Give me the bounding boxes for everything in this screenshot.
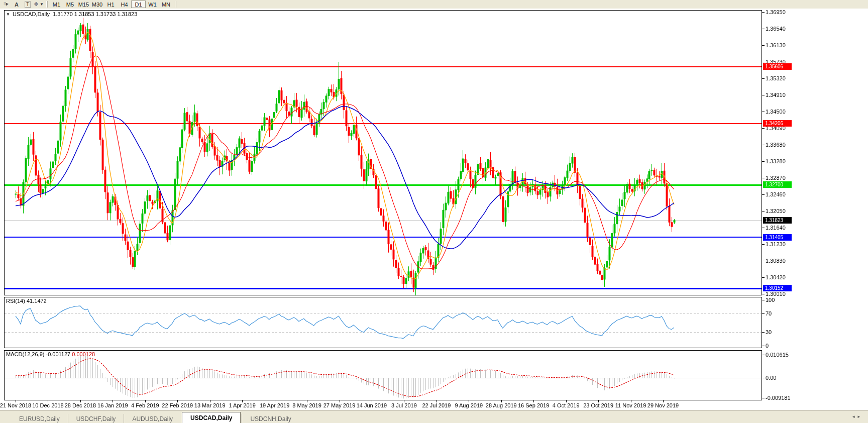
timeframe-button-m15[interactable]: M15	[77, 1, 90, 8]
level-price-tag: 1.35606	[763, 63, 792, 70]
timeframe-button-m5[interactable]: M5	[63, 1, 77, 8]
date-axis-label: 9 Aug 2019	[455, 402, 483, 408]
date-axis-label: 22 Feb 2019	[162, 402, 193, 408]
tab-scroll-right-icon[interactable]: ▸	[857, 414, 863, 419]
toolbar-separator	[175, 1, 176, 8]
timeframe-button-d1[interactable]: D1	[131, 1, 146, 8]
price-axis-label: 1.31640	[766, 225, 786, 231]
chart-header: ▼USDCAD,Daily 1.31770 1.31853 1.31733 1.…	[6, 11, 137, 17]
tab-usdchf[interactable]: USDCHF,Daily	[68, 414, 124, 423]
price-axis-label: 1.36130	[766, 42, 786, 48]
date-axis-label: 4 Feb 2019	[131, 402, 159, 408]
date-axis-label: 16 Sep 2019	[518, 402, 549, 408]
letter-a-icon[interactable]: A	[12, 1, 22, 8]
trading-terminal-window: ⠿F A T ❖▼ M1M5M15M30H1H4D1W1MN ▼USDCAD,D…	[0, 0, 868, 423]
date-axis-label: 22 Jul 2019	[422, 402, 451, 408]
drawing-tools-icon[interactable]: ❖▼	[34, 1, 44, 8]
rsi-axis-label: 70	[766, 310, 772, 316]
price-axis-label: 1.33280	[766, 158, 786, 164]
ohlc-high: 1.31853	[74, 11, 94, 17]
tab-audusd[interactable]: AUDUSD,Daily	[124, 414, 181, 423]
price-axis-label: 1.31230	[766, 241, 786, 247]
timeframe-buttons: M1M5M15M30H1H4D1W1MN	[50, 1, 173, 8]
rsi-axis-label: 100	[766, 297, 775, 303]
date-axis-label: 23 Oct 2019	[583, 402, 613, 408]
ohlc-open: 1.31770	[53, 11, 73, 17]
price-axis-label: 1.32870	[766, 175, 786, 181]
price-axis-label: 1.34910	[766, 92, 786, 98]
price-axis-label: 1.30420	[766, 274, 786, 280]
ohlc-low: 1.31733	[96, 11, 116, 17]
date-axis-label: 8 May 2019	[292, 402, 321, 408]
date-axis-label: 28 Aug 2019	[486, 402, 517, 408]
macd-axis-label: -0.009181	[766, 395, 791, 401]
timeframe-button-mn[interactable]: MN	[159, 1, 173, 8]
price-axis-label: 1.36950	[766, 9, 786, 15]
date-axis-label: 10 Dec 2018	[32, 402, 63, 408]
chart-tab-bar: EURUSD,DailyUSDCHF,DailyAUDUSD,DailyUSDC…	[0, 410, 868, 423]
date-axis-label: 4 Oct 2019	[553, 402, 580, 408]
timeframe-button-m1[interactable]: M1	[50, 1, 63, 8]
chart-symbol-label: USDCAD,Daily	[13, 11, 50, 17]
collapse-triangle-icon[interactable]: ▼	[6, 12, 10, 17]
price-axis-label: 1.32050	[766, 208, 786, 214]
date-axis-label: 21 Nov 2018	[0, 402, 31, 408]
font-grid-icon[interactable]: ⠿F	[1, 1, 11, 8]
macd-main-value: -0.001127	[46, 351, 70, 357]
date-axis-label: 14 Jun 2019	[357, 402, 387, 408]
timeframe-button-h1[interactable]: H1	[104, 1, 118, 8]
date-axis-label: 19 Apr 2019	[260, 402, 289, 408]
date-axis-label: 29 Nov 2019	[647, 402, 679, 408]
date-axis-label: 27 May 2019	[323, 402, 356, 408]
tab-usdcad[interactable]: USDCAD,Daily	[182, 412, 241, 423]
price-axis-label: 1.33680	[766, 142, 786, 148]
rsi-value: 41.1472	[27, 298, 47, 304]
level-price-tag: 1.30152	[763, 285, 792, 291]
date-axis-label: 3 Jul 2019	[391, 402, 417, 408]
tab-scroll-arrows: ◂▸	[852, 414, 863, 419]
price-axis-label: 1.34500	[766, 109, 786, 115]
timeframe-button-w1[interactable]: W1	[146, 1, 159, 8]
date-axis-label: 13 Mar 2019	[194, 402, 226, 408]
macd-signal-value: 0.000128	[72, 351, 95, 357]
timeframe-button-h4[interactable]: H4	[118, 1, 131, 8]
ohlc-close: 1.31823	[118, 11, 138, 17]
price-axis-label: 1.35320	[766, 75, 786, 81]
price-axis-label: 1.36540	[766, 26, 786, 32]
tab-eurusd[interactable]: EURUSD,Daily	[11, 414, 68, 423]
date-axis-label: 28 Dec 2018	[65, 402, 96, 408]
macd-indicator-label: MACD(12,26,9) -0.001127 0.000128	[6, 351, 95, 357]
text-box-icon[interactable]: T	[23, 1, 33, 8]
rsi-axis-label: 0	[766, 343, 769, 349]
current-price-tag: 1.31823	[763, 217, 792, 224]
level-price-tag: 1.31405	[763, 234, 792, 241]
toolbar-separator	[46, 1, 48, 8]
price-axis-label: 1.32460	[766, 191, 786, 197]
price-axis-label: 1.30830	[766, 258, 786, 264]
date-axis-label: 16 Jan 2019	[97, 402, 128, 408]
timeframe-button-m30[interactable]: M30	[90, 1, 104, 8]
toolbar: ⠿F A T ❖▼ M1M5M15M30H1H4D1W1MN	[0, 0, 868, 9]
date-axis-label: 1 Apr 2019	[229, 402, 256, 408]
price-chart-canvas[interactable]	[0, 9, 868, 410]
chart-region: ▼USDCAD,Daily 1.31770 1.31853 1.31733 1.…	[0, 9, 868, 410]
date-axis-label: 11 Nov 2019	[615, 402, 646, 408]
tab-usdcnh[interactable]: USDCNH,Daily	[242, 414, 299, 423]
price-axis-label: 1.30010	[766, 291, 786, 297]
dropdown-caret-icon[interactable]: ▼	[40, 2, 44, 7]
macd-axis-label: 0.010615	[766, 352, 789, 358]
rsi-indicator-label: RSI(14) 41.1472	[6, 298, 47, 304]
level-price-tag: 1.32700	[763, 181, 792, 188]
level-price-tag: 1.34206	[763, 120, 792, 127]
rsi-axis-label: 30	[766, 329, 772, 335]
tab-scroll-left-icon[interactable]: ◂	[852, 414, 858, 419]
macd-axis-label: 0.00	[766, 375, 776, 381]
